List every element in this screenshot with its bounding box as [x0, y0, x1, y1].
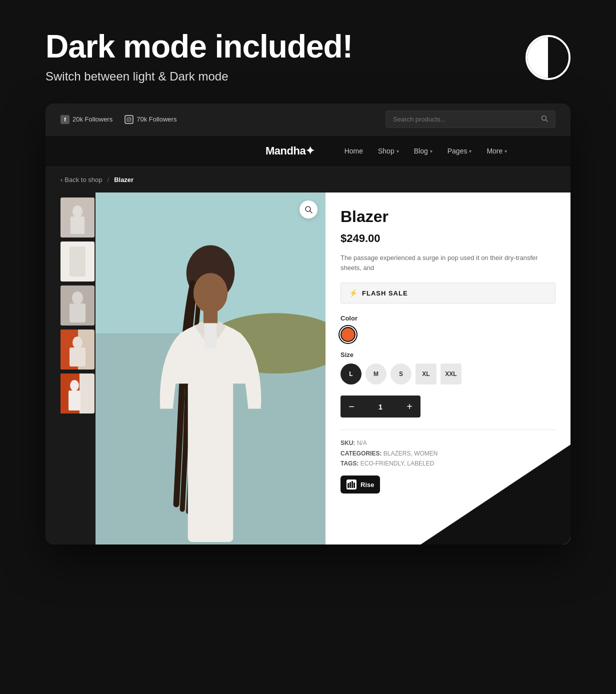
categories-label: CATEGORIES: [340, 450, 384, 457]
instagram-link[interactable]: 70k Followers [124, 115, 176, 124]
size-options: L M S XL XXL [340, 364, 556, 384]
rise-label: Rise [360, 481, 374, 488]
nav-item-pages[interactable]: Pages ▾ [448, 147, 472, 155]
thumbnail-4[interactable] [60, 330, 94, 370]
promo-text: Dark mode included! Switch between light… [46, 30, 352, 84]
instagram-followers: 70k Followers [136, 116, 176, 123]
flash-icon: ⚡ [349, 289, 358, 297]
sku-label: SKU: [340, 440, 357, 446]
svg-rect-16 [70, 348, 86, 366]
theme-toggle-icon[interactable] [526, 35, 570, 80]
categories-value: BLAZERS, WOMEN [384, 450, 438, 457]
svg-line-22 [310, 211, 312, 213]
sku-value: N/A [357, 440, 367, 446]
svg-rect-28 [188, 381, 234, 542]
size-btn-m[interactable]: M [366, 364, 386, 384]
facebook-link[interactable]: f 20k Followers [60, 115, 112, 124]
product-name: Blazer [340, 208, 556, 226]
quantity-increase-button[interactable]: + [398, 396, 420, 418]
svg-point-1 [128, 118, 130, 120]
svg-point-29 [194, 273, 228, 313]
product-price: $249.00 [340, 232, 556, 245]
size-btn-l[interactable]: L [340, 364, 362, 384]
size-btn-xl[interactable]: XL [416, 364, 436, 384]
quantity-stepper: − 1 + [340, 396, 420, 418]
svg-rect-34 [352, 481, 353, 488]
svg-point-6 [72, 206, 82, 218]
browser-window: f 20k Followers 70k Followers [46, 104, 570, 544]
instagram-icon [124, 115, 134, 124]
sku-row: SKU: N/A [340, 438, 556, 448]
svg-point-19 [70, 380, 79, 391]
svg-rect-35 [354, 482, 355, 488]
nav-bar: Mandha✦ Home Shop ▾ Blog ▾ [46, 136, 570, 167]
svg-rect-33 [350, 482, 351, 488]
nav-item-home[interactable]: Home [344, 147, 363, 155]
chevron-down-icon: ▾ [430, 148, 432, 154]
search-icon [541, 115, 548, 124]
size-section: Size L M S XL XXL [340, 351, 556, 384]
nav-link-home[interactable]: Home [344, 147, 363, 155]
zoom-button[interactable] [300, 200, 318, 218]
thumbnail-1[interactable] [60, 198, 94, 238]
svg-rect-9 [70, 246, 86, 276]
thumbnail-3[interactable] [60, 286, 94, 326]
promo-section: Dark mode included! Switch between light… [46, 30, 570, 84]
svg-point-15 [72, 336, 82, 348]
svg-rect-30 [204, 311, 218, 324]
breadcrumb-separator: / [108, 176, 110, 184]
nav-item-more[interactable]: More ▾ [486, 147, 507, 155]
svg-rect-7 [70, 216, 84, 234]
promo-title: Dark mode included! [46, 30, 352, 64]
thumbnail-5[interactable] [60, 374, 94, 414]
nav-link-shop[interactable]: Shop ▾ [378, 147, 399, 155]
facebook-followers: 20k Followers [72, 116, 112, 123]
search-bar[interactable] [386, 110, 556, 128]
svg-line-4 [546, 120, 548, 122]
color-label: Color [340, 314, 556, 322]
breadcrumb: ‹ Back to shop / Blazer [46, 167, 570, 192]
chevron-down-icon: ▾ [469, 148, 472, 154]
facebook-icon: f [60, 115, 70, 124]
breadcrumb-current-page: Blazer [114, 176, 134, 184]
svg-rect-12 [70, 304, 86, 322]
top-bar: f 20k Followers 70k Followers [46, 104, 570, 136]
color-section: Color [340, 314, 556, 342]
product-area-wrapper: Blazer $249.00 The passage experienced a… [46, 192, 570, 544]
flash-sale-button[interactable]: ⚡ FLASH SALE [340, 282, 556, 304]
tags-value: ECO-FRIENDLY, LABELED [360, 460, 434, 467]
svg-point-2 [130, 118, 130, 118]
svg-rect-20 [68, 390, 80, 410]
site-logo[interactable]: Mandha✦ [266, 144, 314, 158]
thumbnail-2[interactable] [60, 242, 94, 282]
size-label: Size [340, 351, 556, 358]
promo-subtitle: Switch between light & Dark mode [46, 70, 352, 84]
tags-label: TAGS: [340, 460, 360, 467]
rise-badge[interactable]: Rise [340, 476, 380, 494]
rise-logo-icon [346, 480, 356, 490]
quantity-value: 1 [362, 402, 398, 411]
nav-link-pages[interactable]: Pages ▾ [448, 147, 472, 155]
product-meta: SKU: N/A CATEGORIES: BLAZERS, WOMEN TAGS… [340, 430, 556, 468]
chevron-down-icon: ▾ [396, 148, 399, 154]
nav-item-blog[interactable]: Blog ▾ [414, 147, 432, 155]
nav-item-shop[interactable]: Shop ▾ [378, 147, 399, 155]
svg-point-11 [72, 292, 83, 304]
product-info-panel: Blazer $249.00 The passage experienced a… [326, 192, 570, 544]
main-product-image [96, 192, 326, 544]
size-btn-xxl[interactable]: XXL [440, 364, 462, 384]
color-swatch-orange[interactable] [340, 327, 356, 342]
product-thumbnails [46, 192, 96, 544]
theme-light-half [528, 37, 548, 78]
flash-sale-label: FLASH SALE [362, 290, 408, 297]
quantity-decrease-button[interactable]: − [340, 396, 362, 418]
nav-link-blog[interactable]: Blog ▾ [414, 147, 432, 155]
search-input[interactable] [393, 116, 537, 123]
categories-row: CATEGORIES: BLAZERS, WOMEN [340, 448, 556, 458]
size-btn-s[interactable]: S [390, 364, 412, 384]
nav-link-more[interactable]: More ▾ [486, 147, 507, 155]
product-description: The passage experienced a surge in pop u… [340, 253, 556, 272]
svg-rect-32 [348, 483, 349, 488]
back-to-shop-link[interactable]: ‹ Back to shop [60, 176, 102, 184]
svg-rect-31 [204, 324, 216, 348]
